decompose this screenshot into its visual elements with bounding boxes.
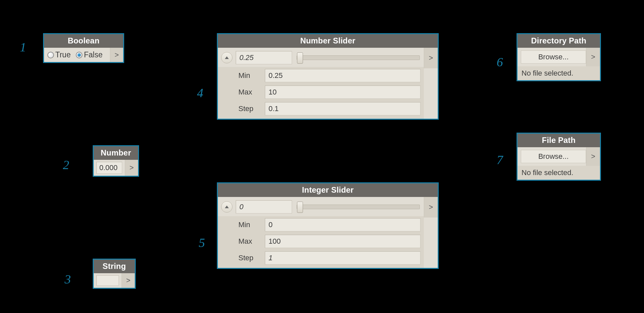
file-path-title: File Path: [518, 134, 600, 147]
number-slider-step-label: Step: [238, 104, 259, 113]
integer-slider-output-port[interactable]: >: [424, 197, 438, 218]
boolean-node-title: Boolean: [44, 34, 123, 48]
chevron-up-icon: [225, 206, 229, 208]
canvas: 1 2 3 4 5 6 7 Boolean True False > Numbe…: [0, 0, 644, 313]
number-output-port[interactable]: >: [125, 160, 138, 176]
integer-slider-collapse-button[interactable]: [221, 201, 232, 213]
integer-slider-step-label: Step: [238, 254, 259, 262]
number-node[interactable]: Number 0.000 >: [93, 145, 139, 177]
integer-slider-min-input[interactable]: 0: [265, 218, 421, 231]
boolean-radio-true[interactable]: True: [47, 50, 71, 59]
file-path-node[interactable]: File Path Browse... > No file selected.: [517, 133, 601, 181]
file-browse-button[interactable]: Browse...: [521, 150, 586, 163]
directory-browse-button[interactable]: Browse...: [521, 50, 586, 64]
number-slider-collapse-button[interactable]: [221, 52, 232, 63]
boolean-output-port[interactable]: >: [110, 48, 123, 62]
integer-slider-step-input[interactable]: 1: [265, 251, 421, 265]
integer-slider-params: Min 0 Max 100 Step 1: [218, 216, 424, 268]
number-slider-min-input[interactable]: 0.25: [265, 69, 421, 82]
string-output-port[interactable]: >: [122, 273, 135, 288]
directory-status: No file selected.: [518, 66, 600, 80]
boolean-options: True False: [44, 48, 110, 62]
number-slider-track[interactable]: [297, 55, 420, 60]
number-slider-max-input[interactable]: 10: [265, 86, 421, 99]
number-slider-step-input[interactable]: 0.1: [265, 102, 421, 115]
annotation-7: 7: [497, 153, 503, 167]
integer-slider-min-label: Min: [238, 220, 259, 229]
annotation-4: 4: [197, 86, 203, 100]
boolean-node[interactable]: Boolean True False >: [43, 33, 124, 63]
radio-icon: [76, 52, 82, 58]
annotation-5: 5: [199, 235, 205, 250]
number-slider-value-input[interactable]: 0.25: [236, 51, 292, 64]
annotation-6: 6: [497, 55, 503, 69]
boolean-radio-false[interactable]: False: [76, 50, 102, 59]
number-slider-thumb[interactable]: [297, 52, 303, 64]
directory-output-port[interactable]: >: [586, 48, 600, 66]
chevron-up-icon: [225, 56, 229, 59]
integer-slider-node[interactable]: Integer Slider 0 Min 0: [217, 182, 439, 269]
integer-slider-row: 0: [218, 197, 424, 216]
directory-path-node[interactable]: Directory Path Browse... > No file selec…: [517, 33, 601, 81]
boolean-false-label: False: [84, 50, 102, 59]
number-slider-row: 0.25: [218, 48, 424, 67]
integer-slider-value-input[interactable]: 0: [236, 200, 292, 214]
annotation-2: 2: [63, 157, 69, 172]
integer-slider-thumb[interactable]: [297, 202, 303, 213]
string-node-title: String: [94, 260, 135, 273]
directory-path-title: Directory Path: [518, 34, 600, 48]
string-node[interactable]: String >: [93, 259, 136, 289]
annotation-1: 1: [20, 40, 26, 54]
file-status: No file selected.: [518, 166, 600, 180]
number-slider-min-label: Min: [238, 71, 259, 80]
number-slider-node[interactable]: Number Slider 0.25 Min 0.25: [217, 33, 439, 120]
boolean-true-label: True: [55, 50, 71, 59]
number-slider-params: Min 0.25 Max 10 Step 0.1: [218, 67, 424, 119]
integer-slider-title: Integer Slider: [218, 183, 438, 197]
number-slider-title: Number Slider: [218, 34, 438, 48]
number-node-title: Number: [94, 146, 138, 160]
number-slider-output-port[interactable]: >: [424, 48, 438, 68]
number-input[interactable]: 0.000: [96, 162, 122, 174]
integer-slider-max-label: Max: [238, 237, 259, 246]
integer-slider-max-input[interactable]: 100: [265, 235, 421, 248]
integer-slider-track[interactable]: [297, 205, 420, 209]
radio-icon: [47, 52, 54, 58]
string-input[interactable]: [96, 275, 119, 286]
annotation-3: 3: [65, 272, 71, 286]
file-output-port[interactable]: >: [586, 147, 600, 166]
number-slider-max-label: Max: [238, 88, 259, 96]
